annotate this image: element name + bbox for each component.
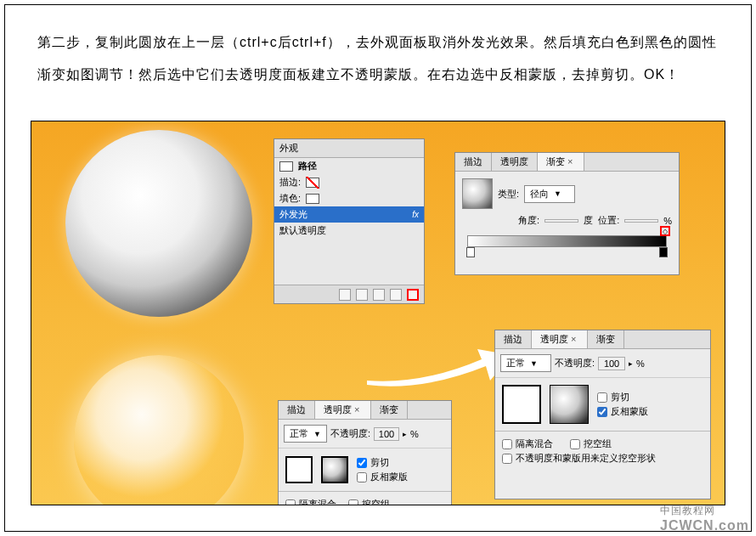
opacity-input[interactable]: 100	[598, 357, 625, 370]
opacity-unit: %	[636, 358, 645, 369]
close-icon[interactable]: ×	[568, 334, 578, 344]
footer-icon-3[interactable]	[373, 289, 385, 301]
knockout-row[interactable]: 挖空组	[570, 437, 612, 451]
isolate-checkbox[interactable]	[502, 439, 512, 449]
opacity-label: 不透明度:	[330, 427, 370, 440]
tab-transparency[interactable]: 透明度	[492, 153, 538, 171]
gradient-stop-black[interactable]	[659, 247, 668, 257]
gradient-slider[interactable]: ◇	[467, 235, 667, 247]
default-trans-row[interactable]: 默认透明度	[274, 223, 424, 239]
clip-checkbox-row[interactable]: 剪切	[597, 390, 648, 404]
clip-checkbox-row[interactable]: 剪切	[357, 455, 408, 470]
appearance-panel[interactable]: 外观 路径 描边: 填色: 外发光 fx 默认透明度 ◐◑◉	[274, 138, 425, 304]
blend-mode-select[interactable]: 正常▼	[500, 354, 551, 372]
close-icon[interactable]: ×	[565, 156, 575, 166]
transparency-panel-big[interactable]: 描边 透明度× 渐变 正常▼ 不透明度: 100 ▸ % 剪切 反相蒙版	[494, 330, 711, 499]
gradient-tabs: 描边 透明度 渐变×	[455, 153, 679, 172]
tab-stroke[interactable]: 描边	[455, 153, 492, 171]
mask-thumb[interactable]	[550, 385, 589, 424]
angle-input[interactable]	[544, 219, 578, 223]
default-trans-label: 默认透明度	[279, 224, 326, 237]
fill-row[interactable]: 填色:	[274, 190, 424, 206]
mask-row: 剪切 反相蒙版	[279, 449, 451, 491]
watermark: 中国教程网 JCWCN.com	[660, 504, 749, 533]
footer-icon-1[interactable]	[339, 289, 351, 301]
opacity-label: 不透明度:	[555, 357, 595, 370]
artwork-thumb[interactable]	[285, 456, 313, 483]
stroke-row[interactable]: 描边:	[274, 174, 424, 190]
watermark-line2: JCWCN.com	[660, 518, 749, 533]
dropdown-icon: ▼	[554, 189, 561, 198]
opacity-input[interactable]: 100	[374, 427, 399, 441]
outerglow-row[interactable]: 外发光 fx	[274, 206, 424, 223]
invert-checkbox[interactable]	[357, 472, 367, 482]
appearance-title: 外观	[274, 139, 424, 158]
isolate-row[interactable]: 隔离混合	[285, 497, 336, 505]
appearance-footer	[274, 285, 424, 303]
longopt-checkbox[interactable]	[502, 454, 512, 464]
clip-checkbox[interactable]	[597, 392, 607, 403]
opacity-row: 正常▼ 不透明度: 100 ▸ %	[495, 349, 710, 378]
sphere-glow-orange	[74, 355, 244, 505]
knockout-row[interactable]: 挖空组	[348, 497, 390, 505]
tab-stroke[interactable]: 描边	[495, 330, 532, 348]
type-value: 径向	[530, 188, 549, 200]
angle-unit: 度	[584, 214, 593, 227]
pos-label: 位置:	[598, 214, 619, 227]
opacity-arrow-icon[interactable]: ▸	[403, 430, 407, 438]
stroke-swatch	[306, 178, 319, 188]
tab-transparency[interactable]: 透明度×	[532, 330, 588, 348]
fx-icon: fx	[412, 210, 419, 219]
path-row[interactable]: 路径	[274, 158, 424, 174]
tab-gradient[interactable]: 渐变	[588, 330, 624, 348]
dropdown-icon: ▼	[530, 359, 538, 368]
gradient-midpoint-icon[interactable]: ◇	[660, 226, 670, 236]
clip-checkbox[interactable]	[357, 458, 367, 468]
tab-stroke[interactable]: 描边	[279, 401, 315, 419]
gradient-body: 类型: 径向 ▼ 角度: 度 位置: % ◇	[455, 172, 679, 254]
outerglow-label: 外发光	[279, 208, 307, 221]
type-row: 类型: 径向 ▼	[462, 178, 672, 209]
instruction-text: 第二步，复制此圆放在上一层（ctrl+c后ctrl+f），去外观面板取消外发光效…	[5, 5, 751, 104]
gradient-panel[interactable]: 描边 透明度 渐变× 类型: 径向 ▼ 角度: 度 位置:	[454, 152, 680, 275]
bottom-options: 隔离混合 挖空组 不透明度和蒙版用来定义挖空形状	[279, 491, 451, 505]
footer-icon-4[interactable]	[390, 289, 402, 301]
path-label: 路径	[298, 160, 317, 172]
invert-checkbox[interactable]	[597, 407, 607, 417]
tab-gradient[interactable]: 渐变	[371, 401, 408, 419]
knockout-checkbox[interactable]	[348, 499, 358, 506]
bottom-options: 隔离混合 挖空组 不透明度和蒙版用来定义挖空形状	[495, 431, 710, 471]
arrow-graphic	[363, 342, 516, 393]
pos-unit: %	[663, 216, 672, 226]
invert-checkbox-row[interactable]: 反相蒙版	[357, 470, 408, 484]
gradient-preview-swatch[interactable]	[462, 178, 493, 209]
mask-row: 剪切 反相蒙版	[495, 378, 710, 431]
gradient-stop-white[interactable]	[466, 247, 475, 257]
tab-transparency[interactable]: 透明度×	[315, 401, 371, 419]
close-icon[interactable]: ×	[352, 404, 362, 415]
tab-gradient[interactable]: 渐变×	[538, 153, 584, 171]
artwork-thumb[interactable]	[502, 385, 541, 424]
pos-input[interactable]	[624, 219, 658, 223]
angle-label: 角度:	[518, 214, 539, 227]
isolate-row[interactable]: 隔离混合	[502, 437, 553, 451]
knockout-checkbox[interactable]	[570, 439, 580, 449]
fill-label: 填色:	[279, 192, 301, 205]
fill-swatch	[306, 194, 319, 204]
trans-big-tabs: 描边 透明度× 渐变	[495, 330, 710, 349]
type-select[interactable]: 径向 ▼	[524, 185, 575, 203]
opacity-arrow-icon[interactable]: ▸	[629, 359, 633, 368]
transparency-panel-small[interactable]: 描边 透明度× 渐变 正常▼ 不透明度: 100 ▸ % 剪切 反相蒙版	[278, 400, 452, 505]
longopt-row[interactable]: 不透明度和蒙版用来定义挖空形状	[502, 451, 703, 465]
footer-icon-2[interactable]	[356, 289, 368, 301]
isolate-checkbox[interactable]	[285, 499, 296, 506]
mask-thumb[interactable]	[321, 456, 348, 483]
trash-icon[interactable]	[407, 289, 419, 301]
trans-small-tabs: 描边 透明度× 渐变	[279, 401, 451, 420]
opacity-unit: %	[410, 429, 419, 439]
blend-mode-select[interactable]: 正常▼	[284, 425, 327, 443]
invert-checkbox-row[interactable]: 反相蒙版	[597, 404, 648, 419]
canvas-area: 外观 路径 描边: 填色: 外发光 fx 默认透明度 ◐◑◉	[31, 121, 725, 505]
path-swatch	[279, 161, 293, 172]
stroke-label: 描边:	[279, 176, 301, 189]
